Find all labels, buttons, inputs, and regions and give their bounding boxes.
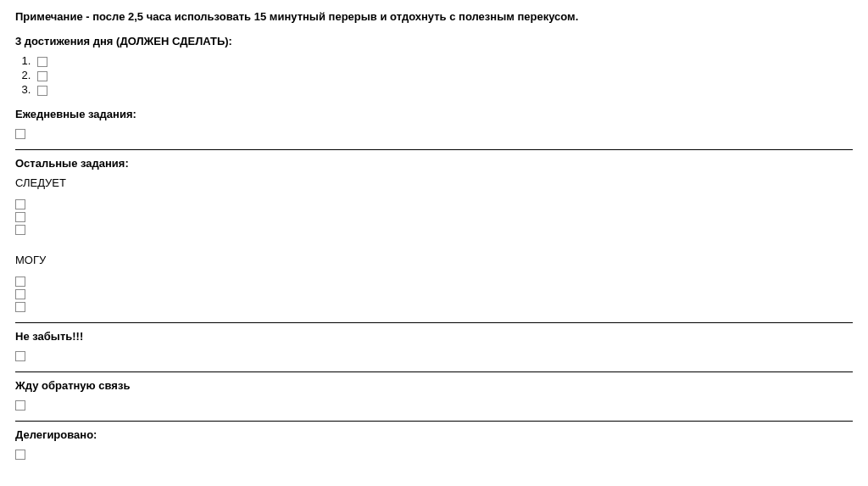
checkbox-icon[interactable] (15, 199, 25, 209)
section-divider (15, 421, 853, 422)
checkbox-icon[interactable] (15, 225, 25, 235)
daily-task-line (15, 127, 853, 139)
should-task-line (15, 198, 853, 209)
checkbox-icon[interactable] (15, 212, 25, 222)
should-task-line (15, 210, 853, 222)
feedback-line (15, 399, 853, 411)
checkbox-icon[interactable] (15, 289, 25, 299)
can-label: МОГУ (15, 254, 853, 266)
can-block: МОГУ (15, 254, 853, 312)
checkbox-icon[interactable] (15, 351, 25, 361)
can-task-line (15, 300, 853, 312)
delegated-heading: Делегировано: (15, 428, 853, 441)
section-divider (15, 322, 853, 323)
achievements-heading: 3 достижения дня (ДОЛЖЕН СДЕЛАТЬ): (15, 35, 853, 47)
checkbox-icon[interactable] (15, 129, 25, 139)
can-task-line (15, 288, 853, 299)
achievement-item (34, 54, 853, 67)
should-task-line (15, 223, 853, 235)
checkbox-icon[interactable] (15, 450, 25, 460)
should-checkbox-stack (15, 198, 853, 235)
document-page: Примечание - после 2,5 часа использовать… (0, 0, 868, 480)
dont-forget-line (15, 349, 853, 361)
section-divider (15, 149, 853, 150)
dont-forget-heading: Не забыть!!! (15, 330, 853, 343)
feedback-heading: Жду обратную связь (15, 379, 853, 392)
daily-heading: Ежедневные задания: (15, 108, 853, 120)
section-divider (15, 371, 853, 372)
checkbox-icon[interactable] (15, 302, 25, 312)
can-task-line (15, 275, 853, 287)
checkbox-icon[interactable] (37, 86, 47, 96)
should-label: СЛЕДУЕТ (15, 176, 853, 189)
achievements-list (34, 54, 853, 96)
remaining-heading: Остальные задания: (15, 157, 853, 170)
can-checkbox-stack (15, 275, 853, 312)
delegated-line (15, 448, 853, 460)
should-block: СЛЕДУЕТ (15, 176, 853, 235)
checkbox-icon[interactable] (37, 71, 47, 81)
note-line: Примечание - после 2,5 часа использовать… (15, 10, 853, 23)
checkbox-icon[interactable] (15, 400, 25, 411)
achievement-item (34, 83, 853, 96)
achievement-item (34, 69, 853, 81)
checkbox-icon[interactable] (15, 277, 25, 287)
checkbox-icon[interactable] (37, 57, 47, 67)
